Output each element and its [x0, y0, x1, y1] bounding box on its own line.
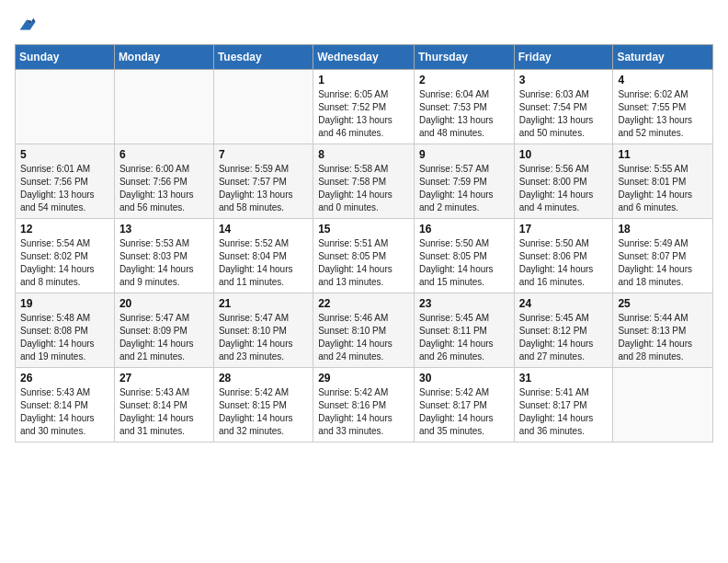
calendar-cell	[213, 70, 313, 144]
calendar-cell: 13Sunrise: 5:53 AM Sunset: 8:03 PM Dayli…	[114, 219, 213, 293]
day-number: 9	[419, 148, 509, 161]
calendar-cell: 22Sunrise: 5:46 AM Sunset: 8:10 PM Dayli…	[313, 293, 415, 368]
day-number: 28	[219, 372, 308, 385]
day-info: Sunrise: 6:00 AM Sunset: 7:56 PM Dayligh…	[119, 163, 209, 214]
day-info: Sunrise: 5:52 AM Sunset: 8:04 PM Dayligh…	[219, 237, 308, 289]
day-number: 4	[618, 74, 708, 86]
calendar-cell: 3Sunrise: 6:03 AM Sunset: 7:54 PM Daylig…	[514, 70, 613, 144]
calendar-cell: 31Sunrise: 5:41 AM Sunset: 8:17 PM Dayli…	[514, 368, 613, 442]
day-number: 25	[618, 297, 708, 310]
day-number: 11	[618, 148, 708, 161]
calendar-cell	[613, 368, 713, 442]
day-info: Sunrise: 5:57 AM Sunset: 7:59 PM Dayligh…	[419, 163, 509, 214]
calendar-cell: 17Sunrise: 5:50 AM Sunset: 8:06 PM Dayli…	[514, 219, 613, 293]
day-number: 5	[20, 148, 109, 161]
day-info: Sunrise: 5:49 AM Sunset: 8:07 PM Dayligh…	[618, 237, 708, 289]
day-info: Sunrise: 5:50 AM Sunset: 8:06 PM Dayligh…	[519, 237, 609, 289]
day-number: 19	[20, 297, 109, 310]
day-number: 30	[419, 372, 509, 385]
day-info: Sunrise: 5:47 AM Sunset: 8:09 PM Dayligh…	[119, 312, 209, 363]
day-number: 29	[318, 372, 409, 385]
calendar-header-friday: Friday	[514, 45, 613, 70]
day-number: 13	[119, 223, 209, 236]
calendar-cell: 19Sunrise: 5:48 AM Sunset: 8:08 PM Dayli…	[16, 293, 115, 368]
day-number: 27	[119, 372, 209, 385]
day-number: 10	[519, 148, 609, 161]
day-number: 31	[519, 372, 609, 385]
calendar-cell: 27Sunrise: 5:43 AM Sunset: 8:14 PM Dayli…	[114, 368, 213, 442]
day-number: 26	[20, 372, 109, 385]
day-info: Sunrise: 6:01 AM Sunset: 7:56 PM Dayligh…	[20, 163, 109, 214]
day-info: Sunrise: 5:41 AM Sunset: 8:17 PM Dayligh…	[519, 386, 609, 438]
calendar-cell: 20Sunrise: 5:47 AM Sunset: 8:09 PM Dayli…	[114, 293, 213, 368]
calendar-cell: 24Sunrise: 5:45 AM Sunset: 8:12 PM Dayli…	[514, 293, 613, 368]
day-info: Sunrise: 5:53 AM Sunset: 8:03 PM Dayligh…	[119, 237, 209, 289]
day-info: Sunrise: 5:42 AM Sunset: 8:17 PM Dayligh…	[419, 386, 509, 438]
day-number: 24	[519, 297, 609, 310]
calendar-cell: 18Sunrise: 5:49 AM Sunset: 8:07 PM Dayli…	[613, 219, 713, 293]
calendar-header-wednesday: Wednesday	[313, 45, 415, 70]
calendar-cell: 8Sunrise: 5:58 AM Sunset: 7:58 PM Daylig…	[313, 144, 415, 219]
calendar-week-row: 1Sunrise: 6:05 AM Sunset: 7:52 PM Daylig…	[16, 70, 713, 144]
day-number: 6	[119, 148, 209, 161]
calendar-header-saturday: Saturday	[613, 45, 713, 70]
day-info: Sunrise: 5:42 AM Sunset: 8:16 PM Dayligh…	[318, 386, 409, 438]
day-info: Sunrise: 5:45 AM Sunset: 8:11 PM Dayligh…	[419, 312, 509, 363]
calendar-header-sunday: Sunday	[16, 45, 115, 70]
calendar-cell: 7Sunrise: 5:59 AM Sunset: 7:57 PM Daylig…	[213, 144, 313, 219]
calendar-cell: 5Sunrise: 6:01 AM Sunset: 7:56 PM Daylig…	[16, 144, 115, 219]
day-info: Sunrise: 5:54 AM Sunset: 8:02 PM Dayligh…	[20, 237, 109, 289]
day-number: 8	[318, 148, 409, 161]
calendar-cell: 25Sunrise: 5:44 AM Sunset: 8:13 PM Dayli…	[613, 293, 713, 368]
day-number: 18	[618, 223, 708, 236]
calendar-cell: 21Sunrise: 5:47 AM Sunset: 8:10 PM Dayli…	[213, 293, 313, 368]
day-number: 15	[318, 223, 409, 236]
day-info: Sunrise: 5:51 AM Sunset: 8:05 PM Dayligh…	[318, 237, 409, 289]
day-number: 16	[419, 223, 509, 236]
calendar-cell: 23Sunrise: 5:45 AM Sunset: 8:11 PM Dayli…	[414, 293, 514, 368]
calendar-cell: 10Sunrise: 5:56 AM Sunset: 8:00 PM Dayli…	[514, 144, 613, 219]
day-info: Sunrise: 5:48 AM Sunset: 8:08 PM Dayligh…	[20, 312, 109, 363]
day-info: Sunrise: 5:47 AM Sunset: 8:10 PM Dayligh…	[219, 312, 308, 363]
day-info: Sunrise: 5:56 AM Sunset: 8:00 PM Dayligh…	[519, 163, 609, 214]
calendar-cell: 15Sunrise: 5:51 AM Sunset: 8:05 PM Dayli…	[313, 219, 415, 293]
day-info: Sunrise: 6:03 AM Sunset: 7:54 PM Dayligh…	[519, 88, 609, 140]
day-info: Sunrise: 5:43 AM Sunset: 8:14 PM Dayligh…	[119, 386, 209, 438]
calendar-week-row: 19Sunrise: 5:48 AM Sunset: 8:08 PM Dayli…	[16, 293, 713, 368]
day-number: 1	[318, 74, 409, 86]
day-number: 3	[519, 74, 609, 86]
calendar-week-row: 26Sunrise: 5:43 AM Sunset: 8:14 PM Dayli…	[16, 368, 713, 442]
calendar-cell: 11Sunrise: 5:55 AM Sunset: 8:01 PM Dayli…	[613, 144, 713, 219]
calendar-header-monday: Monday	[114, 45, 213, 70]
calendar-cell: 29Sunrise: 5:42 AM Sunset: 8:16 PM Dayli…	[313, 368, 415, 442]
day-info: Sunrise: 5:42 AM Sunset: 8:15 PM Dayligh…	[219, 386, 308, 438]
calendar-cell	[114, 70, 213, 144]
day-number: 20	[119, 297, 209, 310]
day-info: Sunrise: 5:55 AM Sunset: 8:01 PM Dayligh…	[618, 163, 708, 214]
day-info: Sunrise: 5:44 AM Sunset: 8:13 PM Dayligh…	[618, 312, 708, 363]
calendar-cell: 30Sunrise: 5:42 AM Sunset: 8:17 PM Dayli…	[414, 368, 514, 442]
calendar-cell	[16, 70, 115, 144]
calendar-week-row: 5Sunrise: 6:01 AM Sunset: 7:56 PM Daylig…	[16, 144, 713, 219]
day-number: 2	[419, 74, 509, 86]
calendar-cell: 9Sunrise: 5:57 AM Sunset: 7:59 PM Daylig…	[414, 144, 514, 219]
logo-bird-icon	[17, 15, 37, 35]
calendar-cell: 28Sunrise: 5:42 AM Sunset: 8:15 PM Dayli…	[213, 368, 313, 442]
calendar-cell: 2Sunrise: 6:04 AM Sunset: 7:53 PM Daylig…	[414, 70, 514, 144]
day-number: 7	[219, 148, 308, 161]
calendar-header-tuesday: Tuesday	[213, 45, 313, 70]
calendar-cell: 1Sunrise: 6:05 AM Sunset: 7:52 PM Daylig…	[313, 70, 415, 144]
day-info: Sunrise: 5:46 AM Sunset: 8:10 PM Dayligh…	[318, 312, 409, 363]
day-info: Sunrise: 5:45 AM Sunset: 8:12 PM Dayligh…	[519, 312, 609, 363]
day-info: Sunrise: 6:04 AM Sunset: 7:53 PM Dayligh…	[419, 88, 509, 140]
calendar-cell: 26Sunrise: 5:43 AM Sunset: 8:14 PM Dayli…	[16, 368, 115, 442]
day-number: 12	[20, 223, 109, 236]
calendar-header-thursday: Thursday	[414, 45, 514, 70]
calendar-cell: 6Sunrise: 6:00 AM Sunset: 7:56 PM Daylig…	[114, 144, 213, 219]
calendar-week-row: 12Sunrise: 5:54 AM Sunset: 8:02 PM Dayli…	[16, 219, 713, 293]
calendar-cell: 16Sunrise: 5:50 AM Sunset: 8:05 PM Dayli…	[414, 219, 514, 293]
calendar-cell: 4Sunrise: 6:02 AM Sunset: 7:55 PM Daylig…	[613, 70, 713, 144]
day-info: Sunrise: 5:58 AM Sunset: 7:58 PM Dayligh…	[318, 163, 409, 214]
logo	[15, 15, 37, 35]
day-info: Sunrise: 5:43 AM Sunset: 8:14 PM Dayligh…	[20, 386, 109, 438]
